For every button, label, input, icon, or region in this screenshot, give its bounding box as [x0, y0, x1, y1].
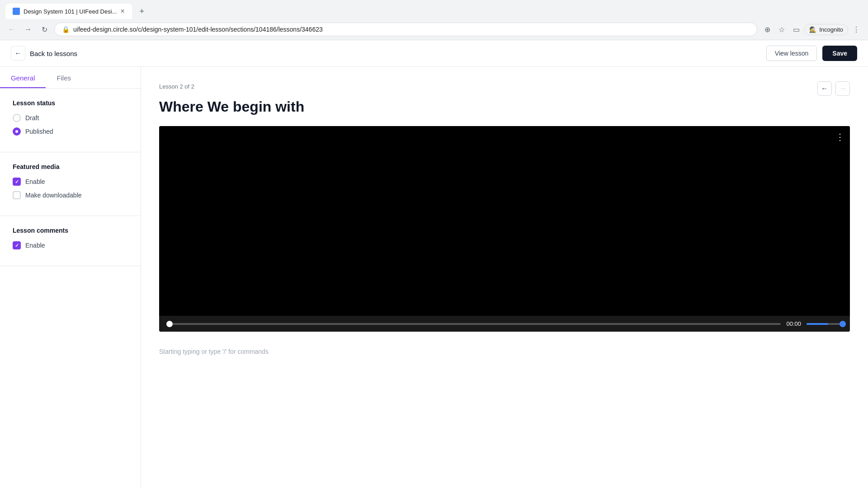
nav-back-button[interactable]: ←: [5, 23, 18, 36]
incognito-button[interactable]: 🕵 Incognito: [804, 24, 848, 35]
lock-icon: 🔒: [62, 26, 70, 33]
status-published-label: Published: [25, 128, 53, 135]
lesson-comments-title: Lesson comments: [13, 227, 128, 234]
content-area: Lesson 2 of 2 ← → Where We begin with ⋮: [141, 67, 868, 488]
video-volume-fill: [807, 323, 828, 325]
video-volume-bar[interactable]: [807, 323, 843, 325]
comments-enable-checkbox[interactable]: [13, 241, 21, 249]
top-bar: ← Back to lessons View lesson Save: [0, 40, 868, 67]
video-area[interactable]: [159, 126, 850, 316]
sidebar: General Files Lesson status Draft Publis…: [0, 67, 141, 488]
tab-title: Design System 101 | UIFeed Desi...: [24, 8, 117, 15]
browser-tab[interactable]: Design System 101 | UIFeed Desi... ×: [5, 4, 132, 19]
comments-enable-option[interactable]: Enable: [13, 241, 128, 249]
featured-media-title: Featured media: [13, 163, 128, 170]
incognito-icon: 🕵: [809, 26, 816, 33]
window-icon[interactable]: ▭: [790, 23, 802, 36]
featured-media-section: Featured media Enable Make downloadable: [0, 152, 141, 216]
video-time: 00:00: [786, 320, 801, 327]
lesson-status-title: Lesson status: [13, 99, 128, 107]
back-label: Back to lessons: [30, 50, 77, 57]
back-button[interactable]: ← Back to lessons: [11, 46, 77, 61]
lesson-status-section: Lesson status Draft Published: [0, 89, 141, 152]
video-player: ⋮ 00:00: [159, 126, 850, 332]
featured-downloadable-checkbox[interactable]: [13, 191, 21, 199]
video-progress-bar[interactable]: [166, 323, 781, 325]
status-published-option[interactable]: Published: [13, 127, 128, 136]
editor-placeholder[interactable]: Starting typing or type '/' for commands: [159, 343, 850, 361]
new-tab-button[interactable]: +: [136, 5, 148, 18]
status-draft-option[interactable]: Draft: [13, 114, 128, 122]
video-options-button[interactable]: ⋮: [835, 131, 844, 142]
address-bar[interactable]: 🔒 uifeed-design.circle.so/c/design-syste…: [54, 23, 757, 36]
tab-favicon: [13, 8, 20, 15]
comments-enable-label: Enable: [25, 242, 45, 249]
video-progress-dot: [166, 321, 173, 327]
video-volume-dot: [840, 321, 846, 327]
status-published-radio[interactable]: [13, 127, 21, 136]
video-controls: 00:00: [159, 316, 850, 332]
featured-enable-checkbox[interactable]: [13, 178, 21, 186]
top-bar-actions: View lesson Save: [766, 46, 857, 61]
save-button[interactable]: Save: [822, 46, 857, 61]
cast-icon[interactable]: ⊕: [761, 23, 774, 36]
sidebar-tabs: General Files: [0, 67, 141, 89]
lesson-title: Where We begin with: [159, 99, 850, 115]
status-draft-label: Draft: [25, 114, 39, 122]
lesson-comments-section: Lesson comments Enable: [0, 216, 141, 266]
bookmark-icon[interactable]: ☆: [775, 23, 788, 36]
prev-lesson-button[interactable]: ←: [817, 81, 832, 96]
menu-button[interactable]: ⋮: [850, 23, 863, 36]
featured-downloadable-label: Make downloadable: [25, 192, 82, 199]
next-lesson-button[interactable]: →: [835, 81, 850, 96]
address-text: uifeed-design.circle.so/c/design-system-…: [73, 26, 750, 33]
nav-refresh-button[interactable]: ↻: [38, 23, 51, 36]
tab-files[interactable]: Files: [46, 67, 82, 88]
tab-general[interactable]: General: [0, 67, 46, 88]
incognito-label: Incognito: [819, 26, 843, 33]
nav-forward-button[interactable]: →: [22, 23, 34, 36]
tab-close-icon[interactable]: ×: [120, 7, 124, 15]
featured-enable-label: Enable: [25, 178, 45, 185]
main-content: General Files Lesson status Draft Publis…: [0, 67, 868, 488]
featured-downloadable-option[interactable]: Make downloadable: [13, 191, 128, 199]
view-lesson-button[interactable]: View lesson: [766, 46, 817, 61]
video-progress-container[interactable]: [166, 323, 781, 325]
lesson-meta: Lesson 2 of 2: [159, 83, 194, 90]
back-arrow-icon: ←: [11, 46, 25, 61]
featured-enable-option[interactable]: Enable: [13, 178, 128, 186]
status-draft-radio[interactable]: [13, 114, 21, 122]
